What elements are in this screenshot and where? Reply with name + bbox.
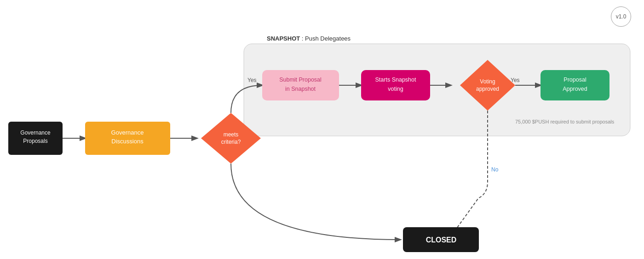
governance-proposals-label2: Proposals [23, 138, 47, 144]
meets-criteria-label: meets [224, 131, 239, 138]
no-label: No [491, 166, 499, 173]
svg-rect-9 [262, 70, 339, 100]
svg-rect-10 [361, 70, 430, 100]
proposal-approved-label2: Approved [563, 86, 587, 92]
governance-proposals-label: Governance [20, 130, 51, 136]
meets-criteria-label2: criteria? [221, 139, 241, 145]
starts-snapshot-label: Starts Snapshot [375, 77, 416, 83]
governance-discussions-label: Governance [111, 129, 144, 136]
governance-discussions-label2: Discussions [111, 138, 144, 145]
version-badge: v1.0 [611, 6, 631, 27]
snapshot-header-label: SNAPSHOT : Push Delegatees [267, 35, 351, 42]
version-text: v1.0 [616, 13, 627, 20]
starts-snapshot-label2: voting [388, 86, 403, 92]
closed-label: CLOSED [426, 236, 457, 244]
svg-rect-12 [540, 70, 610, 100]
proposal-approved-label: Proposal [564, 77, 586, 83]
diagram-container: SNAPSHOT : Push Delegatees Yes Yes No [0, 0, 644, 259]
voting-approved-label2: approved [476, 86, 499, 92]
voting-approved-label: Voting [480, 78, 495, 85]
submit-proposal-label: Submit Proposal [279, 77, 322, 83]
submit-proposal-label2: in Snapshot [285, 86, 316, 92]
push-required-label: 75,000 $PUSH required to submit proposal… [515, 119, 615, 124]
yes1-label: Yes [247, 77, 257, 83]
